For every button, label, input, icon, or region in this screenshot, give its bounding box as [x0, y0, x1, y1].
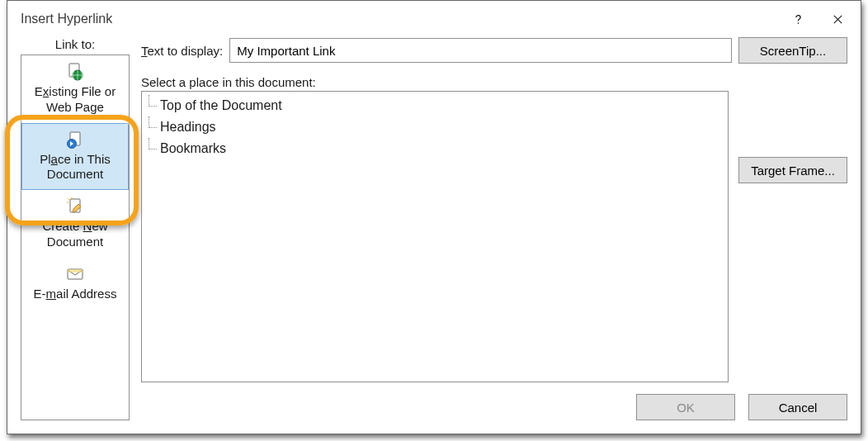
linkbar-item-place-in-document[interactable]: Place in This Document — [21, 123, 129, 191]
document-bookmark-icon — [64, 129, 86, 150]
select-place-label: Select a place in this document: — [141, 75, 847, 89]
tree-node[interactable]: Top of the Document — [147, 95, 723, 116]
dialog-title: Insert Hyperlink — [21, 12, 778, 26]
new-document-icon — [64, 196, 86, 217]
tree-node[interactable]: Headings — [147, 116, 723, 138]
titlebar: Insert Hyperlink — [7, 1, 861, 37]
globe-page-icon — [64, 61, 86, 83]
help-button[interactable] — [778, 2, 818, 36]
linkbar: Existing File or Web Page Place in This … — [21, 55, 130, 420]
target-frame-button[interactable]: Target Frame... — [738, 157, 847, 183]
link-to-label: Link to: — [55, 37, 95, 51]
close-button[interactable] — [818, 2, 857, 36]
help-icon — [792, 13, 804, 26]
text-to-display-label: Text to display: — [141, 44, 223, 58]
close-icon — [832, 13, 844, 26]
svg-point-0 — [797, 22, 799, 24]
insert-hyperlink-dialog: Insert Hyperlink Link to: Existing File … — [7, 0, 861, 434]
linkbar-item-create-new-document[interactable]: Create New Document — [21, 190, 129, 258]
tree-node[interactable]: Bookmarks — [147, 138, 723, 159]
linkbar-item-existing-file[interactable]: Existing File or Web Page — [21, 55, 129, 123]
screentip-button[interactable]: ScreenTip... — [738, 37, 847, 64]
ok-button[interactable]: OK — [636, 394, 735, 420]
text-to-display-input[interactable] — [229, 38, 732, 63]
envelope-icon — [64, 263, 86, 285]
svg-rect-7 — [68, 269, 83, 273]
document-places-tree[interactable]: Top of the Document Headings Bookmarks — [141, 91, 729, 382]
cancel-button[interactable]: Cancel — [748, 394, 847, 420]
linkbar-item-email-address[interactable]: E-mail Address — [21, 258, 129, 310]
